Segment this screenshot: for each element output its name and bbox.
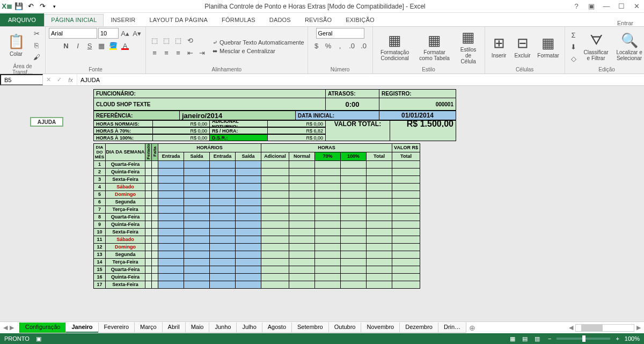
ribbon-options-icon[interactable]: ▣ (586, 2, 597, 10)
feriado-checkbox[interactable] (145, 213, 152, 221)
sheet-tab[interactable]: Outubro (328, 323, 362, 333)
entrada2-cell[interactable] (210, 206, 236, 213)
align-right-icon[interactable]: ≡ (173, 48, 184, 58)
falta-checkbox[interactable] (152, 213, 158, 221)
entrada2-cell[interactable] (210, 236, 236, 243)
entrada1-cell[interactable] (158, 175, 184, 183)
name-box[interactable] (0, 74, 43, 85)
falta-checkbox[interactable] (152, 175, 158, 183)
redo-icon[interactable]: ↷ (38, 2, 47, 11)
sheet-nav-prev-icon[interactable]: ◀ (3, 324, 8, 331)
fill-color-icon[interactable]: 🪣 (108, 40, 119, 51)
align-middle-icon[interactable]: ⬚ (161, 35, 172, 46)
funcionario-value[interactable]: CLOUD SHOP TEXTE (93, 98, 325, 111)
delete-button[interactable]: ⊟Excluir (512, 34, 533, 60)
feriado-checkbox[interactable] (145, 281, 152, 288)
saida1-cell[interactable] (184, 191, 210, 198)
feriado-checkbox[interactable] (145, 243, 152, 251)
falta-checkbox[interactable] (152, 160, 158, 168)
sort-filter-button[interactable]: ᗊClassificar e Filtrar (581, 31, 611, 62)
saida1-cell[interactable] (184, 221, 210, 228)
tab-layout[interactable]: LAYOUT DA PÁGINA (143, 14, 215, 26)
sheet-tab[interactable]: Abril (162, 323, 186, 333)
tab-review[interactable]: REVISÃO (298, 14, 339, 26)
autosum-icon[interactable]: Σ (568, 30, 579, 40)
falta-checkbox[interactable] (152, 243, 158, 251)
entrada2-cell[interactable] (210, 228, 236, 236)
saida2-cell[interactable] (236, 266, 261, 273)
saida2-cell[interactable] (236, 251, 261, 258)
saida2-cell[interactable] (236, 273, 261, 281)
entrada1-cell[interactable] (158, 228, 184, 236)
saida1-cell[interactable] (184, 175, 210, 183)
saida2-cell[interactable] (236, 281, 261, 288)
falta-checkbox[interactable] (152, 206, 158, 213)
saida2-cell[interactable] (236, 221, 261, 228)
feriado-checkbox[interactable] (145, 191, 152, 198)
saida2-cell[interactable] (236, 213, 261, 221)
increase-font-icon[interactable]: A▴ (120, 28, 130, 39)
entrada1-cell[interactable] (158, 160, 184, 168)
entrada2-cell[interactable] (210, 221, 236, 228)
entrada2-cell[interactable] (210, 175, 236, 183)
underline-icon[interactable]: S (84, 40, 95, 51)
entrada2-cell[interactable] (210, 160, 236, 168)
entrada1-cell[interactable] (158, 213, 184, 221)
feriado-checkbox[interactable] (145, 266, 152, 273)
cell-styles-button[interactable]: ▦Estilos de Célula (456, 28, 481, 65)
falta-checkbox[interactable] (152, 273, 158, 281)
falta-checkbox[interactable] (152, 198, 158, 206)
entrada2-cell[interactable] (210, 191, 236, 198)
saida2-cell[interactable] (236, 168, 261, 175)
cut-icon[interactable]: ✂ (31, 28, 42, 39)
feriado-checkbox[interactable] (145, 183, 152, 191)
accounting-format-icon[interactable]: $ (311, 40, 322, 51)
entrada2-cell[interactable] (210, 183, 236, 191)
feriado-checkbox[interactable] (145, 168, 152, 175)
page-break-view-icon[interactable]: ▥ (532, 335, 543, 342)
saida2-cell[interactable] (236, 228, 261, 236)
format-painter-icon[interactable]: 🖌 (31, 52, 42, 62)
insert-button[interactable]: ⊞Inserir (488, 34, 510, 60)
entrada1-cell[interactable] (158, 221, 184, 228)
sheet-tab[interactable]: Janeiro (65, 323, 98, 333)
feriado-checkbox[interactable] (145, 175, 152, 183)
falta-checkbox[interactable] (152, 251, 158, 258)
wrap-text-button[interactable]: ⤶Quebrar Texto Automaticamente (213, 39, 304, 46)
saida2-cell[interactable] (236, 198, 261, 206)
sheet-tab[interactable]: Agosto (262, 323, 292, 333)
merge-center-button[interactable]: ⬌Mesclar e Centralizar (213, 48, 304, 55)
saida1-cell[interactable] (184, 198, 210, 206)
decrease-font-icon[interactable]: A▾ (131, 28, 142, 39)
falta-checkbox[interactable] (152, 236, 158, 243)
format-button[interactable]: ▦Formatar (536, 34, 561, 60)
entrada1-cell[interactable] (158, 183, 184, 191)
saida2-cell[interactable] (236, 258, 261, 266)
tab-view[interactable]: EXIBIÇÃO (339, 14, 382, 26)
sheet-tab[interactable]: Drin… (438, 323, 466, 333)
tab-insert[interactable]: INSERIR (104, 14, 142, 26)
close-icon[interactable]: ✕ (631, 2, 642, 10)
borders-icon[interactable]: ▦ (96, 40, 107, 51)
tab-data[interactable]: DADOS (262, 14, 298, 26)
entrada1-cell[interactable] (158, 206, 184, 213)
decrease-decimal-icon[interactable]: .0 (358, 40, 369, 51)
normal-view-icon[interactable]: ▦ (507, 335, 518, 342)
hscroll-right-icon[interactable]: ▶ (636, 324, 641, 331)
percent-format-icon[interactable]: % (323, 40, 334, 51)
zoom-in-icon[interactable]: + (616, 335, 619, 342)
saida1-cell[interactable] (184, 206, 210, 213)
saida1-cell[interactable] (184, 273, 210, 281)
paste-button[interactable]: 📋 Colar (3, 33, 29, 58)
saida1-cell[interactable] (184, 251, 210, 258)
excel-icon[interactable]: X≣ (2, 2, 12, 11)
falta-checkbox[interactable] (152, 281, 158, 288)
horizontal-scrollbar[interactable] (575, 324, 634, 332)
saida2-cell[interactable] (236, 183, 261, 191)
zoom-out-icon[interactable]: − (548, 335, 551, 342)
entrada1-cell[interactable] (158, 258, 184, 266)
cancel-formula-icon[interactable]: ✕ (43, 74, 54, 85)
falta-checkbox[interactable] (152, 228, 158, 236)
sheet-nav-next-icon[interactable]: ▶ (10, 324, 14, 331)
zoom-slider[interactable] (557, 338, 610, 340)
